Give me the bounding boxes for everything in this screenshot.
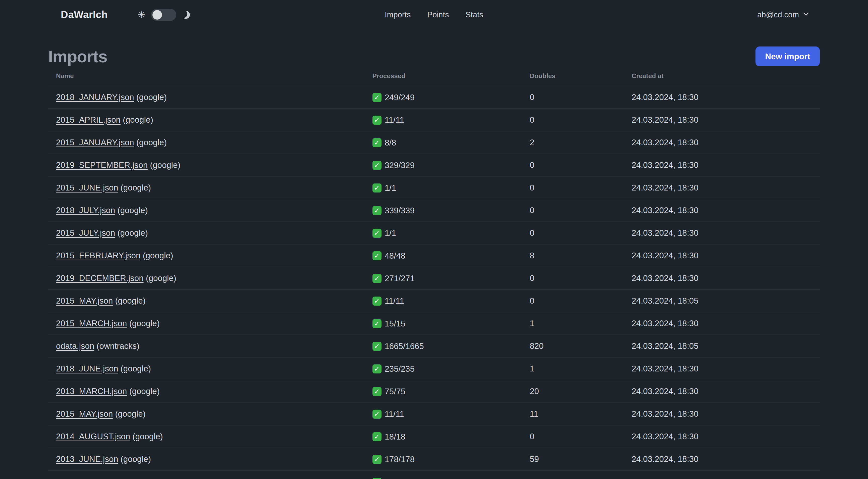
page-header: Imports New import — [48, 47, 820, 66]
header-doubles: Doubles — [522, 66, 624, 86]
import-file-link[interactable]: odata.json — [56, 341, 94, 351]
import-name-cell: 2019_DECEMBER.json (google) — [48, 267, 365, 290]
processed-cell: ✓1/1 — [365, 222, 522, 244]
doubles-cell: 2 — [522, 131, 624, 154]
created-at-cell: 24.03.2024, 18:30 — [624, 357, 820, 380]
created-at-cell: 24.03.2024, 18:30 — [624, 402, 820, 425]
success-check-icon: ✓ — [372, 410, 381, 419]
import-file-link[interactable]: 2019_DECEMBER.json — [56, 273, 144, 283]
import-file-link[interactable]: 2018_JULY.json — [56, 206, 115, 215]
table-row: 2015_APRIL.json (google)✓11/11024.03.202… — [48, 109, 820, 131]
table-row: 2015_MARCH.json (google)✓15/15124.03.202… — [48, 312, 820, 335]
success-check-icon: ✓ — [372, 297, 381, 306]
table-row: 2014_AUGUST.json (google)✓18/18024.03.20… — [48, 425, 820, 448]
import-name-cell: 2018_JANUARY.json (google) — [48, 86, 365, 109]
import-file-link[interactable]: 2015_MAY.json — [56, 296, 113, 305]
import-source-label: (owntracks) — [94, 341, 140, 351]
doubles-cell: 20 — [522, 380, 624, 402]
import-name-cell: 2015_APRIL.json (google) — [48, 109, 365, 131]
processed-count: 1/1 — [385, 229, 396, 238]
processed-count: 339/339 — [385, 206, 415, 215]
main-navigation: Imports Points Stats — [385, 10, 483, 19]
success-check-icon: ✓ — [372, 138, 381, 147]
table-row: 2015_FEBRUARY.json (google)✓48/48824.03.… — [48, 244, 820, 267]
import-source-label: (google) — [118, 364, 151, 373]
nav-link-points[interactable]: Points — [427, 10, 449, 19]
import-file-link[interactable]: 2013_MARCH.json — [56, 387, 127, 396]
import-name-cell: 2015_JULY.json (google) — [48, 222, 365, 244]
import-source-label: (google) — [130, 432, 163, 441]
table-row: ✓ — [48, 471, 820, 479]
processed-cell: ✓8/8 — [365, 131, 522, 154]
import-file-link[interactable]: 2015_MAY.json — [56, 409, 113, 418]
processed-cell: ✓329/329 — [365, 154, 522, 176]
processed-count: 15/15 — [385, 319, 406, 328]
import-source-label: (google) — [121, 115, 153, 124]
import-file-link[interactable]: 2015_JUNE.json — [56, 183, 118, 192]
import-file-link[interactable]: 2015_JULY.json — [56, 228, 115, 238]
table-row: 2015_JANUARY.json (google)✓8/8224.03.202… — [48, 131, 820, 154]
processed-count: 75/75 — [385, 387, 406, 396]
chevron-down-icon — [803, 10, 809, 16]
processed-count: 11/11 — [385, 409, 404, 419]
created-at-cell: 24.03.2024, 18:05 — [624, 335, 820, 357]
import-source-label: (google) — [127, 387, 159, 396]
imports-table-body: 2018_JANUARY.json (google)✓249/249024.03… — [48, 86, 820, 479]
doubles-cell: 0 — [522, 290, 624, 312]
account-email: ab@cd.com — [757, 10, 799, 19]
import-file-link[interactable]: 2015_FEBRUARY.json — [56, 251, 141, 260]
processed-count: 1665/1665 — [385, 341, 424, 351]
success-check-icon: ✓ — [372, 432, 381, 441]
theme-toggle-switch[interactable] — [151, 9, 176, 21]
nav-link-imports[interactable]: Imports — [385, 10, 411, 19]
import-name-cell: 2014_AUGUST.json (google) — [48, 425, 365, 448]
import-file-link[interactable]: 2013_JUNE.json — [56, 454, 118, 464]
created-at-cell: 24.03.2024, 18:30 — [624, 267, 820, 290]
processed-count: 8/8 — [385, 138, 396, 147]
import-file-link[interactable]: 2014_AUGUST.json — [56, 432, 130, 441]
processed-cell: ✓11/11 — [365, 109, 522, 131]
created-at-cell: 24.03.2024, 18:30 — [624, 380, 820, 402]
table-header-row: Name Processed Doubles Created at — [48, 66, 820, 86]
doubles-cell — [522, 471, 624, 479]
processed-count: 1/1 — [385, 183, 396, 192]
import-file-link[interactable]: 2015_JANUARY.json — [56, 138, 134, 147]
app-logo[interactable]: DaWarIch — [61, 9, 108, 20]
import-source-label: (google) — [115, 206, 148, 215]
import-name-cell: 2018_JUNE.json (google) — [48, 357, 365, 380]
processed-cell: ✓48/48 — [365, 244, 522, 267]
doubles-cell: 8 — [522, 244, 624, 267]
success-check-icon: ✓ — [372, 364, 381, 373]
doubles-cell: 0 — [522, 425, 624, 448]
import-source-label: (google) — [134, 138, 167, 147]
import-file-link[interactable]: 2015_APRIL.json — [56, 115, 121, 124]
nav-link-stats[interactable]: Stats — [465, 10, 483, 19]
import-file-link[interactable]: 2019_SEPTEMBER.json — [56, 160, 148, 170]
sun-icon: ☀ — [137, 10, 146, 19]
processed-count: 235/235 — [385, 364, 415, 373]
theme-toggle-group: ☀ — [137, 9, 190, 21]
toggle-knob — [152, 10, 162, 20]
import-source-label: (google) — [118, 183, 151, 192]
created-at-cell: 24.03.2024, 18:30 — [624, 176, 820, 199]
import-file-link[interactable]: 2018_JANUARY.json — [56, 92, 134, 102]
created-at-cell: 24.03.2024, 18:30 — [624, 425, 820, 448]
processed-cell: ✓11/11 — [365, 290, 522, 312]
doubles-cell: 0 — [522, 109, 624, 131]
success-check-icon: ✓ — [372, 206, 381, 215]
account-menu[interactable]: ab@cd.com — [757, 10, 807, 19]
created-at-cell — [624, 471, 820, 479]
processed-count: 11/11 — [385, 296, 404, 306]
import-name-cell: 2019_SEPTEMBER.json (google) — [48, 154, 365, 176]
doubles-cell: 11 — [522, 402, 624, 425]
table-row: 2019_DECEMBER.json (google)✓271/271024.0… — [48, 267, 820, 290]
processed-cell: ✓15/15 — [365, 312, 522, 335]
import-name-cell: 2015_JANUARY.json (google) — [48, 131, 365, 154]
import-file-link[interactable]: 2018_JUNE.json — [56, 364, 118, 373]
import-name-cell: 2015_MAY.json (google) — [48, 290, 365, 312]
created-at-cell: 24.03.2024, 18:30 — [624, 312, 820, 335]
import-file-link[interactable]: 2015_MARCH.json — [56, 319, 127, 328]
success-check-icon: ✓ — [372, 342, 381, 351]
new-import-button[interactable]: New import — [755, 47, 820, 66]
table-row: 2015_MAY.json (google)✓11/111124.03.2024… — [48, 402, 820, 425]
